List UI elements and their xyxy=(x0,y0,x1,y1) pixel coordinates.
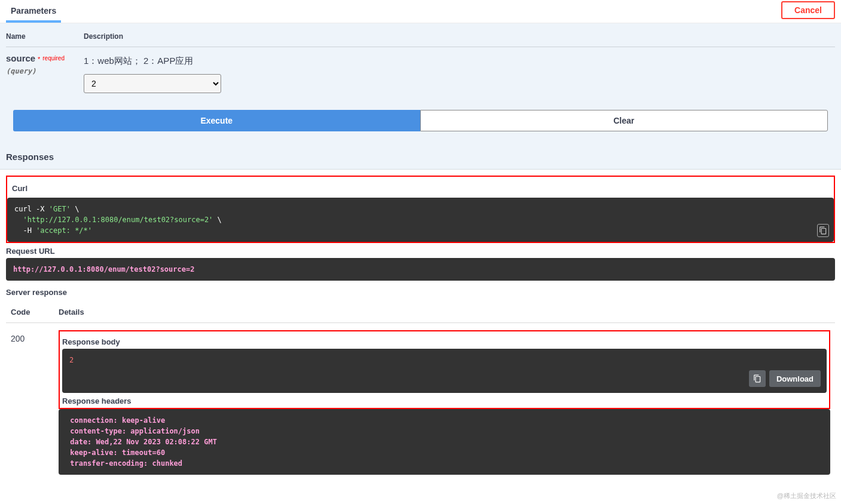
execute-button[interactable]: Execute xyxy=(13,110,420,131)
required-label: required xyxy=(42,55,65,62)
required-star: * xyxy=(38,56,40,63)
download-button[interactable]: Download xyxy=(769,370,821,387)
response-body-highlight: Response body 2 Download Response header… xyxy=(59,330,830,409)
server-response-label: Server response xyxy=(6,288,835,297)
curl-highlight: Curl curl -X 'GET' \ 'http://127.0.0.1:8… xyxy=(6,176,835,243)
response-body-label: Response body xyxy=(62,337,827,346)
col-header-details: Details xyxy=(59,308,830,316)
col-header-code: Code xyxy=(11,308,59,316)
request-url-block: http://127.0.0.1:8080/enum/test02?source… xyxy=(6,258,835,281)
parameters-panel: Name Description source * required (quer… xyxy=(0,23,841,143)
responses-header: Responses xyxy=(0,143,841,170)
response-headers-block: connection: keep-alive content-type: app… xyxy=(59,409,830,475)
copy-button[interactable] xyxy=(749,370,766,387)
param-select-source[interactable]: 2 xyxy=(84,74,221,93)
response-body-block: 2 Download xyxy=(62,349,827,393)
copy-icon[interactable] xyxy=(817,224,829,237)
curl-label: Curl xyxy=(7,180,834,195)
response-headers-label: Response headers xyxy=(62,397,827,405)
param-name: source xyxy=(6,53,35,63)
col-header-description: Description xyxy=(84,32,835,41)
col-header-name: Name xyxy=(6,32,84,41)
param-description: 1：web网站； 2：APP应用 xyxy=(84,56,835,67)
clear-button[interactable]: Clear xyxy=(420,110,828,131)
param-row-source: source * required (query) 1：web网站； 2：APP… xyxy=(6,47,835,93)
request-url-label: Request URL xyxy=(6,247,835,256)
param-type: (query) xyxy=(6,67,84,75)
curl-code: curl -X 'GET' \ 'http://127.0.0.1:8080/e… xyxy=(7,198,834,242)
cancel-button[interactable]: Cancel xyxy=(781,1,835,19)
tab-parameters[interactable]: Parameters xyxy=(6,0,61,23)
status-code: 200 xyxy=(11,330,59,475)
